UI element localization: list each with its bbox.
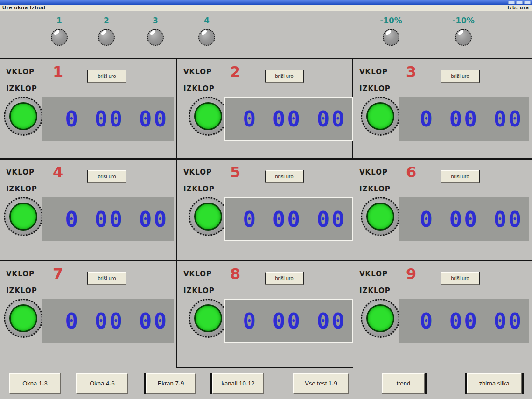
group-button-4: 4	[190, 16, 223, 46]
izklop-label: IZKLOP	[359, 84, 391, 93]
channel-panel-3: VKLOP IZKLOP 3 briši uro 0 00 00	[353, 59, 532, 160]
kanali-10-12-button[interactable]: kanali 10-12	[212, 373, 264, 394]
group-button-4-label: 4	[190, 16, 223, 28]
menu-items[interactable]: Ure okna Izhod	[2, 5, 46, 11]
channel-number: 2	[230, 63, 240, 81]
status-lamp[interactable]	[361, 197, 400, 236]
round-button-1[interactable]	[51, 29, 68, 46]
status-lamp[interactable]	[361, 97, 400, 136]
window-controls	[508, 1, 531, 4]
lamp-green-light-icon	[194, 203, 222, 231]
display-digits: 0 00 00	[65, 308, 174, 334]
vklop-label: VKLOP	[183, 270, 212, 278]
status-lamp[interactable]	[189, 197, 228, 236]
menu-right-item[interactable]: Izb. ura	[507, 5, 529, 11]
time-counter-display: 0 00 00	[42, 197, 174, 241]
group-button-1: 1	[43, 16, 76, 46]
group-button-1-label: 1	[43, 16, 76, 28]
status-lamp[interactable]	[189, 299, 228, 338]
channel-number: 8	[230, 265, 240, 283]
time-counter-display: 0 00 00	[42, 97, 174, 141]
group-button-3-label: 3	[139, 16, 172, 28]
status-lamp[interactable]	[4, 197, 43, 236]
channel-panel-8: VKLOP IZKLOP 8 briši uro 0 00 00	[177, 261, 353, 368]
reset-clock-button[interactable]: briši uro	[441, 70, 480, 83]
lamp-green-light-icon	[194, 102, 222, 130]
reset-clock-button[interactable]: briši uro	[265, 272, 304, 285]
channel-number: 3	[406, 63, 416, 81]
okna-4-6-button[interactable]: Okna 4-6	[76, 373, 128, 394]
status-lamp[interactable]	[4, 299, 43, 338]
time-counter-display: 0 00 00	[224, 299, 353, 343]
round-button-3[interactable]	[147, 29, 164, 46]
okna-1-3-button[interactable]: Okna 1-3	[9, 373, 61, 394]
reset-clock-button[interactable]: briši uro	[265, 170, 304, 183]
reset-clock-button[interactable]: briši uro	[87, 170, 126, 183]
group-button-3: 3	[139, 16, 172, 46]
close-button[interactable]	[524, 1, 531, 4]
izklop-label: IZKLOP	[183, 287, 215, 295]
channel-number: 9	[406, 265, 416, 283]
vklop-label: VKLOP	[183, 68, 212, 76]
izklop-label: IZKLOP	[6, 84, 37, 93]
minus-10-percent-button-2: -10%	[447, 16, 480, 46]
vklop-label: VKLOP	[359, 168, 388, 176]
status-lamp[interactable]	[361, 299, 400, 338]
display-digits: 0 00 00	[420, 207, 529, 232]
izklop-label: IZKLOP	[183, 185, 215, 193]
lamp-green-light-icon	[366, 203, 394, 231]
zbirna-slika-button[interactable]: zbirna slika	[467, 373, 522, 394]
reset-clock-button[interactable]: briši uro	[441, 272, 480, 285]
reset-clock-button[interactable]: briši uro	[87, 272, 126, 285]
channel-panel-4: VKLOP IZKLOP 4 briši uro 0 00 00	[0, 160, 177, 261]
ekran-7-9-button[interactable]: Ekran 7-9	[146, 373, 196, 394]
time-counter-display: 0 00 00	[399, 197, 529, 241]
header-controls: 1 2 3 4 -10% -10%	[0, 11, 532, 59]
lamp-green-light-icon	[9, 203, 37, 231]
izklop-label: IZKLOP	[6, 185, 37, 193]
round-button-2[interactable]	[98, 29, 115, 46]
vklop-label: VKLOP	[6, 68, 35, 76]
vklop-label: VKLOP	[6, 168, 35, 176]
channel-panel-5: VKLOP IZKLOP 5 briši uro 0 00 00	[177, 160, 353, 261]
trend-button[interactable]: trend	[382, 373, 425, 394]
display-digits: 0 00 00	[243, 207, 352, 232]
display-digits: 0 00 00	[243, 106, 352, 132]
channel-panel-7: VKLOP IZKLOP 7 briši uro 0 00 00	[0, 261, 177, 368]
round-button-minus10-a[interactable]	[383, 29, 399, 46]
time-counter-display: 0 00 00	[224, 97, 353, 141]
status-lamp[interactable]	[4, 97, 43, 136]
minimize-button[interactable]	[508, 1, 515, 4]
footer-nav: Okna 1-3 Okna 4-6 Ekran 7-9 kanali 10-12…	[0, 368, 532, 399]
channel-number: 5	[230, 163, 240, 181]
group-button-2: 2	[90, 16, 123, 46]
izklop-label: IZKLOP	[359, 185, 391, 193]
vse-test-1-9-button[interactable]: Vse test 1-9	[293, 373, 349, 394]
channel-number: 4	[53, 163, 63, 181]
group-button-2-label: 2	[90, 16, 123, 28]
round-button-4[interactable]	[198, 29, 215, 46]
maximize-button[interactable]	[516, 1, 523, 4]
channel-number: 7	[53, 265, 63, 283]
izklop-label: IZKLOP	[183, 84, 215, 93]
vklop-label: VKLOP	[359, 68, 388, 76]
display-digits: 0 00 00	[65, 207, 174, 232]
lamp-green-light-icon	[366, 304, 394, 332]
app-window: Ure okna Izhod Izb. ura 1 2 3 4 -10% -10…	[0, 0, 532, 399]
reset-clock-button[interactable]: briši uro	[265, 70, 304, 83]
vklop-label: VKLOP	[6, 270, 35, 278]
lamp-green-light-icon	[194, 304, 222, 332]
time-counter-display: 0 00 00	[399, 97, 529, 141]
time-counter-display: 0 00 00	[42, 299, 174, 343]
reset-clock-button[interactable]: briši uro	[87, 70, 126, 83]
reset-clock-button[interactable]: briši uro	[441, 170, 480, 183]
status-lamp[interactable]	[189, 97, 228, 136]
round-button-minus10-b[interactable]	[455, 29, 472, 46]
lamp-green-light-icon	[366, 102, 394, 130]
minus-10-percent-label-2: -10%	[447, 16, 480, 28]
izklop-label: IZKLOP	[6, 287, 37, 295]
channel-number: 6	[406, 163, 416, 181]
minus-10-percent-label: -10%	[375, 16, 407, 28]
channel-panel-2: VKLOP IZKLOP 2 briši uro 0 00 00	[177, 59, 353, 160]
display-digits: 0 00 00	[243, 308, 352, 334]
